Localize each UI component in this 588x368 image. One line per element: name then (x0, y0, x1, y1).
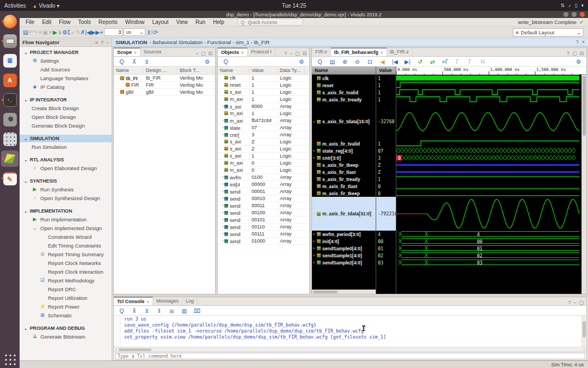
object-row[interactable]: ›init[400000Array (218, 181, 309, 188)
flow-section-ip-integrator[interactable]: ⌄IP INTEGRATOR (20, 96, 112, 104)
object-row[interactable]: m_axi0Logic (218, 160, 309, 167)
flow-item-report-power[interactable]: ⚡Report Power (20, 302, 112, 311)
tcl-command-input[interactable] (115, 353, 585, 359)
caret-down-icon[interactable]: ▾ (581, 3, 584, 8)
minimize-button[interactable] (564, 12, 568, 17)
menu-help[interactable]: Help (209, 19, 228, 25)
wave-signal-value[interactable]: Z (376, 168, 396, 176)
wave-signal-name[interactable]: m_axis_fir_tready (312, 96, 376, 103)
wave-trace[interactable] (396, 75, 586, 82)
run-icon[interactable]: ▶ (53, 29, 57, 35)
wave-signal-name[interactable]: ›wvfm_period[3:0] (312, 231, 376, 238)
object-row[interactable]: ›state07Array (218, 124, 309, 131)
object-row[interactable]: ›send00011Array (218, 202, 309, 209)
flow-item-open-elaborated-design[interactable]: ›Open Elaborated Design (20, 164, 112, 172)
wave-signal-value[interactable]: 00 (376, 238, 396, 245)
wave-timeline-ruler[interactable]: 0.000 ns500.000 ns1,000.000 ns1,500.000 … (396, 67, 586, 75)
flow-section-project-manager[interactable]: ⌄PROJECT MANAGER (20, 49, 112, 56)
object-row[interactable]: ›send00100Array (218, 209, 309, 216)
menu-reports[interactable]: Reports (95, 19, 121, 25)
flow-item-open-implemented-design[interactable]: ⌄Open Implemented Design (20, 224, 112, 232)
wave-trace[interactable]: 0 (396, 154, 586, 161)
max-panel-icon[interactable]: ▢ (295, 51, 300, 56)
settings-icon[interactable]: ⚙ (574, 58, 583, 65)
tab-fir-v[interactable]: FIR.v (312, 47, 331, 56)
battery-icon[interactable]: ▯ (575, 3, 578, 8)
wave-signal-value[interactable]: 1 (376, 176, 396, 183)
run-for-time-icon[interactable]: ▶+ (95, 29, 103, 35)
expand-icon[interactable]: › (312, 239, 316, 244)
expand-icon[interactable]: › (312, 148, 316, 153)
menu-window[interactable]: Window (121, 19, 149, 25)
search-icon[interactable]: Q (117, 307, 126, 314)
tab-messages[interactable]: Messages (153, 297, 182, 305)
object-row[interactable]: ›send00110Array (218, 224, 309, 231)
wave-trace[interactable] (396, 82, 586, 89)
step-icon[interactable]: ⊻ (146, 29, 151, 35)
wave-signal-value[interactable]: 01 (376, 245, 396, 252)
expand-icon[interactable]: › (312, 246, 316, 251)
flow-item-report-drc[interactable]: Report DRC (20, 285, 112, 293)
expand-icon[interactable]: › (312, 260, 316, 265)
wave-signal-value[interactable]: 02 (376, 252, 396, 259)
minimize-panel-icon[interactable]: – (106, 40, 109, 45)
flow-section-synthesis[interactable]: ⌄SYNTHESIS (20, 177, 112, 185)
close-tab-icon[interactable]: × (134, 50, 137, 55)
object-row[interactable]: ›cntr[3Array (218, 131, 309, 138)
flow-section-simulation[interactable]: ⌄SIMULATION (20, 135, 112, 142)
help-icon[interactable]: ? (567, 51, 569, 56)
expand-icon[interactable]: › (312, 155, 316, 160)
wave-signal-name[interactable]: s_axis_fir_tready (312, 176, 376, 183)
relaunch-icon[interactable]: ⟳ (153, 29, 158, 35)
step-into-icon[interactable]: ⇂ (57, 29, 62, 35)
wave-names-hscrollbar[interactable] (312, 289, 376, 294)
dock-screenshot-tool[interactable] (1, 111, 19, 128)
wave-signal-name[interactable]: ›sendSample0[4:0] (312, 245, 376, 252)
wave-signal-value[interactable]: -7922162 (376, 197, 396, 231)
wave-trace[interactable]: 03 (396, 259, 586, 266)
column-header[interactable]: Name (114, 68, 144, 73)
between-markers-icon[interactable]: H (478, 58, 487, 65)
wave-signal-name[interactable]: ›m_axis_fir_tdata[31:0] (312, 197, 376, 231)
column-header[interactable]: Design ... (144, 68, 177, 73)
tcl-vscrollbar[interactable] (581, 316, 586, 347)
object-row[interactable]: ›send00001Array (218, 188, 309, 195)
wave-trace[interactable] (396, 140, 586, 147)
tab-protocol-i[interactable]: Protocol I (248, 47, 275, 56)
collapse-all-icon[interactable]: ⊼ (130, 307, 139, 314)
wave-trace[interactable] (396, 168, 586, 176)
wave-trace[interactable] (396, 111, 586, 132)
tab-scope[interactable]: Scope× (114, 47, 140, 56)
wave-signal-name[interactable]: s_axis_fir_tvalid (312, 89, 376, 96)
wave-signal-value[interactable]: 1 (376, 82, 396, 89)
dock-terminal[interactable]: ›_ (1, 92, 19, 108)
save-icon[interactable]: ▤ (328, 58, 337, 65)
search-icon[interactable]: Q (315, 58, 324, 65)
activities-button[interactable]: Activities (4, 3, 26, 9)
object-row[interactable]: s_axi1Logic (218, 89, 309, 96)
delete-icon[interactable]: ✕ (48, 29, 53, 35)
tab-objects[interactable]: Objects× (218, 47, 248, 56)
wave-signal-value[interactable]: 1 (376, 96, 396, 103)
flow-item-schematic[interactable]: ⊞Schematic (20, 311, 112, 319)
flow-item-ip-catalog[interactable]: ◈IP Catalog (20, 82, 112, 91)
flow-section-rtl-analysis[interactable]: ⌄RTL ANALYSIS (20, 156, 112, 164)
dock-vivado[interactable] (1, 150, 19, 167)
tab-tb_fir-v[interactable]: tb_FIR.v (387, 47, 413, 56)
flow-item-report-timing-summary[interactable]: ⊙Report Timing Summary (20, 250, 112, 258)
scope-row[interactable]: ⌄tb_FItb_FIRVerilog Mo (114, 75, 215, 82)
wave-signal-value[interactable]: Z (376, 161, 396, 168)
object-row[interactable]: m_axi1Logic (218, 96, 309, 103)
wave-signal-value[interactable]: 1 (376, 75, 396, 82)
wave-trace[interactable] (396, 96, 586, 103)
clear-icon[interactable]: ⌧ (192, 307, 201, 314)
flow-item-create-block-design[interactable]: Create Block Design (20, 104, 112, 112)
quick-access[interactable]: Q· (238, 19, 303, 26)
wave-signal-name[interactable]: m_axis_fir_tkeep (312, 190, 376, 197)
wave-trace[interactable] (396, 183, 586, 190)
scope-row[interactable]: glblglblVerilog Mo (114, 89, 215, 96)
dock-files[interactable] (1, 33, 19, 49)
flow-item-run-simulation[interactable]: Run Simulation (20, 142, 112, 151)
object-row[interactable]: ›send00010Array (218, 195, 309, 202)
time-unit-select[interactable]: us⌄ (124, 28, 145, 36)
